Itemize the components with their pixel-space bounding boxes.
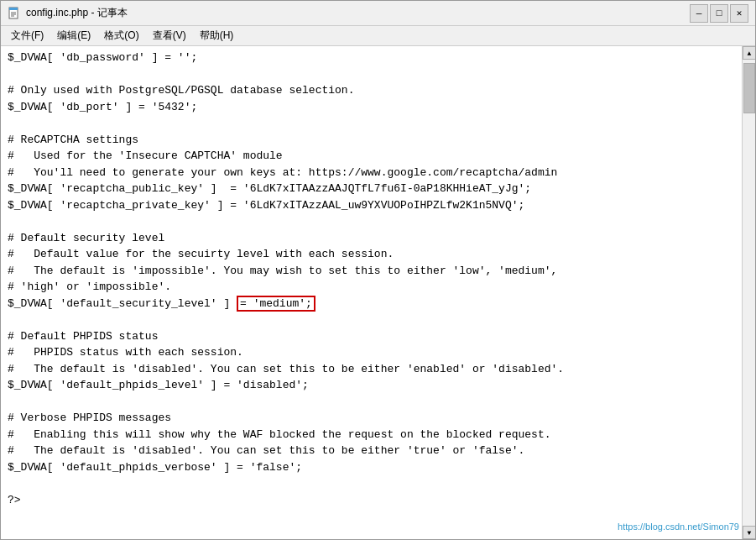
code-line-9: $_DVWA[ 'recaptcha_public_key' ] = '6LdK…: [8, 181, 735, 197]
window-controls[interactable]: — □ ✕: [690, 4, 748, 23]
code-line-28: ?>: [8, 492, 735, 509]
code-line-25: # The default is 'disabled'. You can set…: [8, 443, 735, 459]
code-line-23: # Verbose PHPIDS messages: [8, 410, 735, 427]
menu-view[interactable]: 查看(V): [146, 27, 193, 45]
code-line-20: # The default is 'disabled'. You can set…: [8, 361, 735, 378]
code-line-12: # Default security level: [8, 230, 735, 247]
code-line-1: $_DVWA[ 'db_password' ] = '';: [8, 50, 735, 66]
scrollbar[interactable]: ▲ ▼: [742, 46, 755, 539]
code-line-4: $_DVWA[ 'db_port' ] = '5432';: [8, 99, 735, 116]
window-title: config.inc.php - 记事本: [26, 6, 128, 20]
code-line-10: $_DVWA[ 'recaptcha_private_key' ] = '6Ld…: [8, 197, 735, 214]
menu-file[interactable]: 文件(F): [4, 27, 50, 45]
watermark: https://blog.csdn.net/Simon79: [618, 520, 739, 534]
code-line-24: # Enabling this will show why the WAF bl…: [8, 427, 735, 443]
code-line-3: # Only used with PostgreSQL/PGSQL databa…: [8, 82, 735, 99]
code-line-8: # You'll need to generate your own keys …: [8, 165, 735, 181]
code-line-14: # The default is 'impossible'. You may w…: [8, 263, 735, 280]
scrollbar-thumb[interactable]: [743, 63, 755, 113]
highlight-medium: = 'medium';: [237, 296, 315, 312]
code-line-blank-1: [8, 66, 735, 83]
code-editor[interactable]: $_DVWA[ 'db_password' ] = ''; # Only use…: [1, 46, 742, 539]
content-area: $_DVWA[ 'db_password' ] = ''; # Only use…: [1, 46, 755, 539]
code-line-26: $_DVWA[ 'default_phpids_verbose' ] = 'fa…: [8, 459, 735, 476]
code-line-21: $_DVWA[ 'default_phpids_level' ] = 'disa…: [8, 377, 735, 394]
svg-rect-1: [9, 8, 18, 10]
scroll-down-button[interactable]: ▼: [743, 526, 755, 539]
code-line-18: # Default PHPIDS status: [8, 328, 735, 345]
title-bar: config.inc.php - 记事本 — □ ✕: [1, 1, 755, 26]
maximize-button[interactable]: □: [710, 4, 728, 23]
app-icon: [8, 7, 21, 20]
code-line-19: # PHPIDS status with each session.: [8, 344, 735, 361]
code-line-blank-3: [8, 213, 735, 230]
code-line-7: # Used for the 'Insecure CAPTCHA' module: [8, 148, 735, 165]
code-line-13: # Default value for the secuirty level w…: [8, 246, 735, 263]
scrollbar-track[interactable]: [743, 60, 755, 526]
code-line-16: $_DVWA[ 'default_security_level' ] = 'me…: [8, 296, 735, 312]
code-line-blank-2: [8, 115, 735, 132]
menu-format[interactable]: 格式(O): [97, 27, 145, 45]
code-line-6: # ReCAPTCHA settings: [8, 132, 735, 149]
title-bar-left: config.inc.php - 记事本: [8, 6, 128, 20]
close-button[interactable]: ✕: [730, 4, 748, 23]
code-content: $_DVWA[ 'db_password' ] = ''; # Only use…: [8, 50, 735, 508]
menu-help[interactable]: 帮助(H): [193, 27, 241, 45]
notepad-window: config.inc.php - 记事本 — □ ✕ 文件(F) 编辑(E) 格…: [0, 0, 756, 540]
code-line-15: # 'high' or 'impossible'.: [8, 279, 735, 296]
minimize-button[interactable]: —: [690, 4, 708, 23]
menu-edit[interactable]: 编辑(E): [50, 27, 97, 45]
menu-bar: 文件(F) 编辑(E) 格式(O) 查看(V) 帮助(H): [1, 26, 755, 46]
code-line-blank-4: [8, 312, 735, 328]
code-line-blank-6: [8, 475, 735, 492]
code-line-blank-5: [8, 394, 735, 411]
scroll-up-button[interactable]: ▲: [743, 46, 755, 60]
